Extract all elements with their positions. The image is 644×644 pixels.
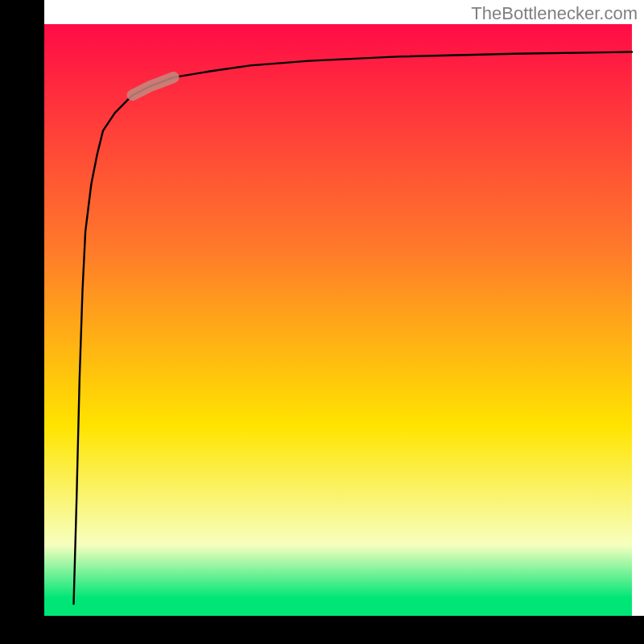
chart-stage: TheBottlenecker.com: [0, 0, 644, 644]
chart-canvas: [0, 0, 644, 644]
y-axis-bar: [0, 0, 44, 644]
watermark-text: TheBottlenecker.com: [471, 3, 638, 24]
chart-svg: [0, 0, 644, 644]
x-axis-bar: [0, 616, 644, 644]
plot-background: [44, 24, 632, 616]
